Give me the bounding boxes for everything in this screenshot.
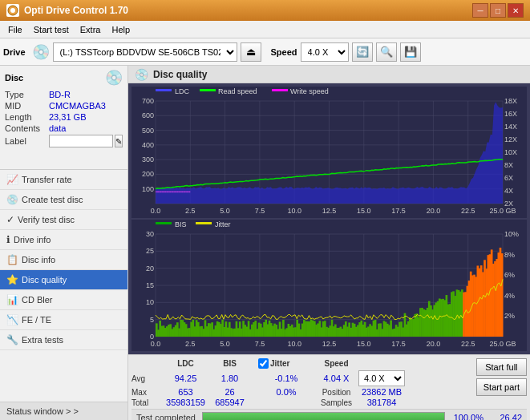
label-input[interactable] [49, 135, 113, 147]
drive-label: Drive [3, 47, 26, 57]
sidebar-item-drive-info[interactable]: ℹ Drive info [0, 230, 127, 250]
menu-start-test[interactable]: Start test [29, 24, 74, 35]
bottom-stats: LDC BIS Jitter Speed Avg 94.25 [128, 354, 530, 420]
sidebar-item-fe-te[interactable]: 📉 FE / TE [0, 310, 127, 330]
disc-label-label: Label [5, 136, 49, 146]
total-bis: 685947 [208, 398, 252, 407]
status-window-button[interactable]: Status window > > [0, 402, 127, 420]
action-buttons: Start full Start part [476, 358, 527, 396]
position-label: Position [314, 388, 358, 397]
sidebar: Disc 💿 Type BD-R MID CMCMAGBA3 Length 23… [0, 66, 128, 420]
cd-bler-icon: 📊 [6, 294, 18, 305]
fe-te-icon: 📉 [6, 314, 18, 325]
sidebar-item-cd-bler[interactable]: 📊 CD Bler [0, 290, 127, 310]
refresh-button[interactable]: 🔄 [352, 42, 373, 62]
drive-select[interactable]: (L:) TSSTcorp BDDVDW SE-506CB TS02 [53, 42, 237, 62]
save-button[interactable]: 💾 [400, 42, 421, 62]
drive-icon: 💿 [32, 43, 50, 61]
main-area: Disc 💿 Type BD-R MID CMCMAGBA3 Length 23… [0, 66, 530, 420]
menu-help[interactable]: Help [107, 24, 135, 35]
length-label: Length [5, 112, 49, 122]
speed-select[interactable]: 4.0 X [301, 42, 349, 62]
samples-label: Samples [314, 398, 358, 407]
ldc-chart [131, 87, 527, 218]
sidebar-item-label: Transfer rate [22, 175, 72, 184]
disc-panel-title: Disc [5, 73, 23, 83]
sidebar-item-label: Create test disc [22, 195, 83, 204]
max-ldc: 653 [164, 387, 208, 397]
type-label: Type [5, 90, 49, 99]
scan-button[interactable]: 🔍 [376, 42, 397, 62]
extra-tests-icon: 🔧 [6, 334, 18, 345]
progress-bar [202, 412, 445, 420]
toolbar: Drive 💿 (L:) TSSTcorp BDDVDW SE-506CB TS… [0, 38, 530, 66]
disc-info-icon: 📋 [6, 254, 18, 265]
sidebar-item-label: Drive info [14, 235, 51, 244]
sidebar-item-create-test-disc[interactable]: 💿 Create test disc [0, 190, 127, 210]
minimize-button[interactable]: ─ [472, 3, 488, 18]
avg-jitter: -0.1% [258, 374, 314, 383]
menu-extra[interactable]: Extra [75, 24, 106, 35]
bis-header: BIS [208, 359, 252, 368]
speed-val: 4.04 X [314, 374, 358, 383]
nav-menu: 📈 Transfer rate 💿 Create test disc ✓ Ver… [0, 170, 127, 350]
eject-button[interactable]: ⏏ [241, 42, 261, 62]
sidebar-item-verify-test-disc[interactable]: ✓ Verify test disc [0, 210, 127, 230]
max-label: Max [131, 388, 164, 397]
charts-container [128, 83, 530, 354]
contents-value: data [49, 123, 66, 133]
label-edit-button[interactable]: ✎ [115, 135, 123, 147]
start-part-button[interactable]: Start part [476, 378, 527, 396]
stats-table: LDC BIS Jitter Speed Avg 94.25 [131, 358, 473, 407]
app-icon [6, 4, 19, 17]
start-full-button[interactable]: Start full [476, 358, 527, 376]
sidebar-item-label: Extra tests [22, 335, 63, 345]
menu-bar: File Start test Extra Help [0, 21, 530, 38]
disc-quality-icon: ⭐ [6, 274, 18, 285]
disc-quality-title: Disc quality [153, 69, 207, 80]
disc-panel: Disc 💿 Type BD-R MID CMCMAGBA3 Length 23… [0, 66, 127, 170]
bis-chart-canvas [131, 220, 527, 351]
sidebar-item-label: Disc info [22, 255, 55, 265]
type-value: BD-R [49, 90, 71, 99]
transfer-rate-icon: 📈 [6, 174, 18, 185]
sidebar-item-label: FE / TE [22, 315, 51, 325]
bis-chart [131, 220, 527, 351]
disc-panel-icon: 💿 [105, 69, 123, 87]
sidebar-item-disc-quality[interactable]: ⭐ Disc quality [0, 270, 127, 290]
max-bis: 26 [208, 387, 252, 397]
title-bar-left: Opti Drive Control 1.70 [6, 4, 128, 17]
speed-label: Speed [271, 47, 297, 57]
contents-label: Contents [5, 123, 49, 133]
jitter-checkbox[interactable] [258, 358, 269, 369]
progress-percent: 100.0% [451, 413, 483, 420]
mid-label: MID [5, 101, 49, 111]
maximize-button[interactable]: □ [490, 3, 506, 18]
content-area: 💿 Disc quality LDC [128, 66, 530, 420]
avg-ldc: 94.25 [164, 374, 208, 383]
avg-bis: 1.80 [208, 374, 252, 383]
title-bar: Opti Drive Control 1.70 ─ □ ✕ [0, 0, 530, 21]
sidebar-item-transfer-rate[interactable]: 📈 Transfer rate [0, 170, 127, 190]
app-title: Opti Drive Control 1.70 [24, 5, 128, 16]
length-value: 23,31 GB [49, 112, 86, 122]
sidebar-item-disc-info[interactable]: 📋 Disc info [0, 250, 127, 270]
speed-dropdown[interactable]: 4.0 X [358, 370, 405, 386]
menu-file[interactable]: File [3, 24, 27, 35]
sidebar-item-extra-tests[interactable]: 🔧 Extra tests [0, 330, 127, 350]
total-ldc: 35983159 [164, 398, 208, 407]
jitter-header: Jitter [270, 359, 289, 368]
close-button[interactable]: ✕ [508, 3, 524, 18]
total-label: Total [131, 398, 164, 407]
max-jitter: 0.0% [258, 387, 314, 397]
ldc-header: LDC [164, 359, 208, 368]
verify-test-disc-icon: ✓ [6, 214, 14, 225]
drive-info-icon: ℹ [6, 234, 10, 245]
samples-val: 381784 [358, 398, 405, 407]
avg-label: Avg [131, 374, 164, 383]
ldc-chart-canvas [131, 87, 527, 218]
sidebar-item-label: Disc quality [22, 275, 67, 285]
speed-header: Speed [314, 359, 358, 368]
jitter-toggle[interactable]: Jitter [258, 358, 314, 369]
sidebar-item-label: Verify test disc [18, 215, 75, 224]
